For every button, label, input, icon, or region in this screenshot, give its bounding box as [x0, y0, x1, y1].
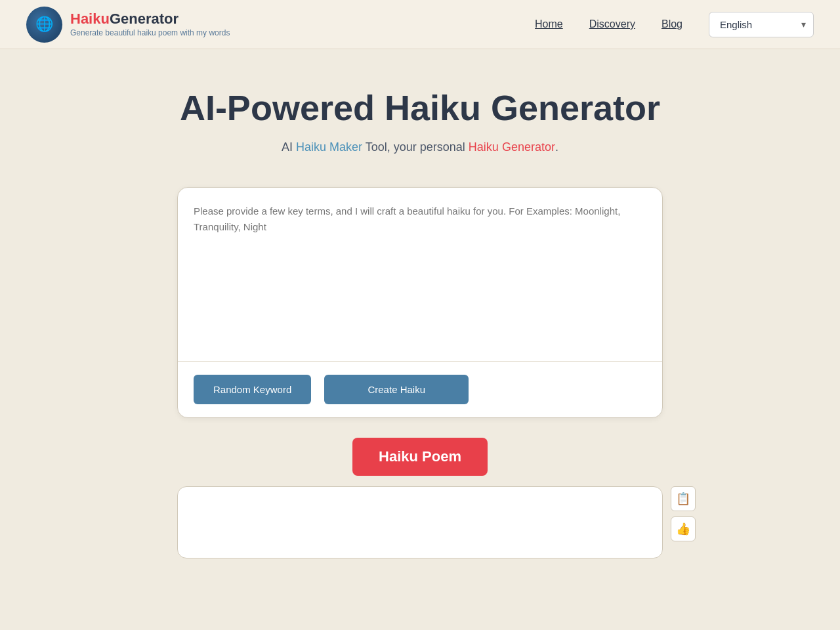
- haiku-section: Haiku Poem 📋 👍: [177, 438, 663, 558]
- nav-blog[interactable]: Blog: [662, 18, 682, 30]
- haiku-output-wrapper: 📋 👍: [177, 486, 663, 558]
- page-subheading: AI Haiku Maker Tool, your personal Haiku…: [282, 140, 558, 154]
- language-selector-wrapper: English French Spanish German Japanese C…: [709, 12, 814, 37]
- input-card: Random Keyword Create Haiku: [177, 187, 663, 418]
- subheading-prefix: AI: [282, 140, 296, 154]
- keyword-textarea[interactable]: [178, 188, 662, 358]
- card-footer: Random Keyword Create Haiku: [178, 361, 662, 417]
- random-keyword-button[interactable]: Random Keyword: [194, 375, 311, 404]
- main-content: AI-Powered Haiku Generator AI Haiku Make…: [0, 49, 840, 585]
- main-nav: Home Discovery Blog English French Spani…: [535, 12, 814, 37]
- subheading-middle: Tool, your personal: [362, 140, 469, 154]
- nav-discovery[interactable]: Discovery: [589, 18, 635, 30]
- create-haiku-button[interactable]: Create Haiku: [324, 375, 469, 404]
- subheading-suffix: .: [555, 140, 558, 154]
- logo-subtitle: Generate beautiful haiku poem with my wo…: [70, 28, 230, 37]
- like-button[interactable]: 👍: [671, 516, 696, 541]
- logo-area: 🌐 HaikuGenerator Generate beautiful haik…: [26, 7, 230, 43]
- side-actions: 📋 👍: [671, 486, 696, 541]
- logo-text-area: HaikuGenerator Generate beautiful haiku …: [70, 11, 230, 37]
- nav-home[interactable]: Home: [535, 18, 563, 30]
- logo-generator-text: Generator: [110, 10, 178, 27]
- logo-icon: 🌐: [26, 7, 62, 43]
- logo-title: HaikuGenerator: [70, 11, 230, 27]
- language-select[interactable]: English French Spanish German Japanese C…: [709, 12, 814, 37]
- page-title: AI-Powered Haiku Generator: [180, 89, 660, 127]
- haiku-output-card: [177, 486, 663, 558]
- logo-haiku-text: Haiku: [70, 10, 110, 27]
- haiku-generator-link[interactable]: Haiku Generator: [469, 140, 555, 154]
- copy-icon: 📋: [676, 492, 690, 506]
- thumbs-up-icon: 👍: [676, 522, 690, 536]
- haiku-maker-link[interactable]: Haiku Maker: [296, 140, 362, 154]
- copy-button[interactable]: 📋: [671, 486, 696, 511]
- haiku-badge: Haiku Poem: [352, 438, 488, 476]
- site-header: 🌐 HaikuGenerator Generate beautiful haik…: [0, 0, 840, 49]
